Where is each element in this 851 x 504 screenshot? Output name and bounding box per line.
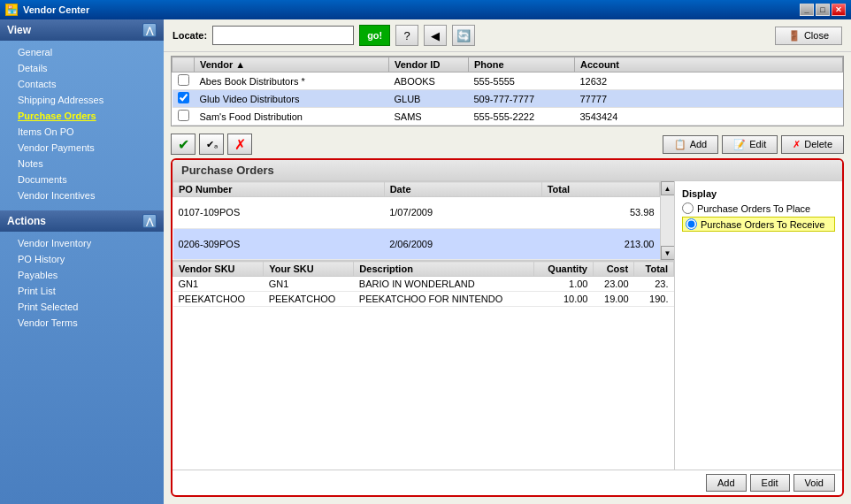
po-right-panel: Display Purchase Orders To Place Purchas… [674,181,842,470]
sidebar-view-item-6[interactable]: Vendor Payments [0,140,164,156]
go-button[interactable]: go! [359,25,390,46]
radio-place-label: Purchase Orders To Place [697,203,810,214]
vendor-checkbox-0[interactable] [178,74,189,86]
refresh-button[interactable]: 🔄 [452,25,475,46]
po-num-0: 0107-109POS [173,197,385,229]
col-account[interactable]: Account [575,57,843,73]
actions-section-header[interactable]: Actions ⋀ [0,210,164,232]
sidebar-action-item-5[interactable]: Vendor Terms [0,315,164,331]
po-vsku-0: GN1 [173,277,264,292]
vendor-add-button[interactable]: 📋 Add [663,135,719,154]
action-row: ✔ ✔ₐ ✗ 📋 Add 📝 Edit ✗ Delete [164,130,851,158]
close-main-button[interactable]: 🚪 Close [775,27,842,45]
sidebar-action-item-1[interactable]: PO History [0,251,164,267]
po-content: PO Number Date Total 0107-109POS 1/07/20… [172,181,842,470]
actions-collapse-btn[interactable]: ⋀ [142,214,157,228]
vendor-edit-button[interactable]: 📝 Edit [722,135,778,154]
radio-place-option[interactable]: Purchase Orders To Place [682,202,835,214]
po-ysku-0: GN1 [264,277,354,292]
po-edit-button[interactable]: Edit [750,474,790,492]
minimize-button[interactable]: _ [800,4,814,16]
sidebar-action-item-0[interactable]: Vendor Inventory [0,235,164,251]
vendor-phone-2: 555-555-2222 [469,108,575,126]
po-top-row[interactable]: 0206-309POS 2/06/2009 213.00 [173,228,660,260]
radio-receive-option[interactable]: Purchase Orders To Receive [682,217,835,232]
app-icon: 🏪 [5,4,18,16]
sidebar-action-item-4[interactable]: Print Selected [0,299,164,315]
sidebar-view-item-8[interactable]: Documents [0,172,164,187]
po-cost-0: 23.00 [593,277,633,292]
sidebar-view-item-2[interactable]: Contacts [0,76,164,92]
po-scroll-track [661,195,675,246]
locate-label: Locate: [172,30,207,41]
po-col-ysku[interactable]: Your SKU [264,262,354,277]
vendor-table-row[interactable]: Abes Book Distributors * ABOOKS 555-5555… [172,73,843,90]
po-add-button[interactable]: Add [706,474,747,492]
view-section-label: View [7,24,31,36]
po-col-desc[interactable]: Description [354,262,533,277]
sidebar-view-item-7[interactable]: Notes [0,156,164,172]
uncheck-button[interactable]: ✗ [227,134,252,155]
po-top-row[interactable]: 0107-109POS 1/07/2009 53.98 [173,197,660,229]
radio-receive-label: Purchase Orders To Receive [701,219,824,230]
po-col-number[interactable]: PO Number [173,182,385,197]
col-vendorid[interactable]: Vendor ID [389,57,469,73]
vendor-table-row[interactable]: Glub Video Distributors GLUB 509-777-777… [172,90,843,108]
sidebar-view-item-9[interactable]: Vendor Incentives [0,187,164,203]
po-scroll-up[interactable]: ▲ [661,181,675,195]
sidebar-view-item-4[interactable]: Purchase Orders [0,108,164,124]
sidebar-view-item-1[interactable]: Details [0,60,164,76]
po-bottom-row[interactable]: PEEKATCHOO PEEKATCHOO PEEKATCHOO FOR NIN… [173,292,674,307]
radio-receive-input[interactable] [686,218,697,230]
locate-input[interactable] [212,26,354,45]
po-col-vsku[interactable]: Vendor SKU [173,262,264,277]
help-button[interactable]: ? [395,25,418,46]
radio-place-input[interactable] [682,202,694,214]
sidebar-view-item-0[interactable]: General [0,44,164,60]
col-vendor[interactable]: Vendor ▲ [195,57,389,73]
po-total-1: 213.00 [541,228,659,260]
vendor-id-2: SAMS [389,108,469,126]
check-selected-button[interactable]: ✔ₐ [199,134,224,155]
check-all-button[interactable]: ✔ [171,134,196,155]
po-top-table: PO Number Date Total 0107-109POS 1/07/20… [172,181,660,260]
sidebar-view-item-5[interactable]: Items On PO [0,124,164,140]
po-void-button[interactable]: Void [794,474,835,492]
po-rowtotal-1: 190. [634,292,674,307]
po-col-total[interactable]: Total [634,262,674,277]
col-checkbox[interactable] [172,57,195,73]
po-cost-1: 19.00 [593,292,633,307]
po-bottom-row[interactable]: GN1 GN1 BARIO IN WONDERLAND 1.00 23.00 2… [173,277,674,292]
po-rowtotal-0: 23. [634,277,674,292]
action-items-container: Vendor InventoryPO HistoryPayablesPrint … [0,232,164,334]
po-scrollbar: ▲ ▼ [660,181,674,260]
vendor-account-0: 12632 [575,73,843,90]
vendor-checkbox-2[interactable] [178,110,189,121]
vendor-name-0: Abes Book Distributors * [195,73,389,90]
sidebar-action-item-3[interactable]: Print List [0,283,164,299]
po-col-qty[interactable]: Quantity [533,262,593,277]
delete-icon: ✗ [793,139,801,150]
vendor-delete-button[interactable]: ✗ Delete [781,135,844,154]
vendor-account-2: 3543424 [575,108,843,126]
po-scroll-down[interactable]: ▼ [661,246,675,260]
vendor-table-body: Abes Book Distributors * ABOOKS 555-5555… [172,73,843,126]
sidebar-view-item-3[interactable]: Shipping Addresses [0,92,164,108]
title-close-button[interactable]: ✕ [832,4,846,16]
col-phone[interactable]: Phone [469,57,575,73]
po-top-body: 0107-109POS 1/07/2009 53.98 0206-309POS … [173,197,660,260]
view-section-header[interactable]: View ⋀ [0,19,164,41]
po-col-cost[interactable]: Cost [593,262,633,277]
back-button[interactable]: ◀ [424,25,447,46]
po-bottom-table-container: Vendor SKU Your SKU Description Quantity… [172,261,674,470]
maximize-button[interactable]: □ [816,4,830,16]
title-bar: 🏪 Vendor Center _ □ ✕ [0,0,851,19]
po-vsku-1: PEEKATCHOO [173,292,264,307]
vendor-checkbox-1[interactable] [178,92,189,103]
po-col-total[interactable]: Total [541,182,659,197]
sidebar-action-item-2[interactable]: Payables [0,267,164,283]
vendor-table-row[interactable]: Sam's Food Distribution SAMS 555-555-222… [172,108,843,126]
view-collapse-btn[interactable]: ⋀ [142,23,157,37]
po-col-date[interactable]: Date [384,182,541,197]
vendor-name-2: Sam's Food Distribution [195,108,389,126]
